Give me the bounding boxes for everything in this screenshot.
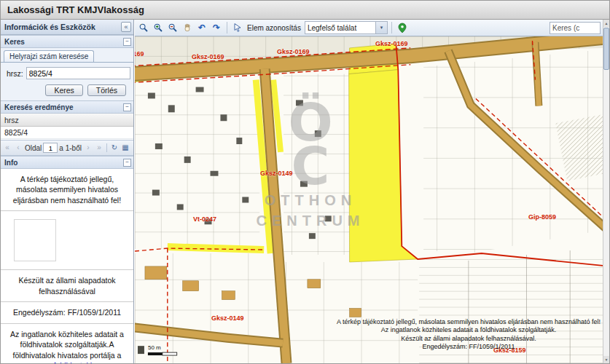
scale-bar-label: 50 m (148, 344, 161, 351)
page-title: Lakossági TRT KMJVlakosság (7, 4, 144, 15)
info-section-body: A térkép tájékoztató jellegű, másolata s… (1, 169, 133, 363)
collapse-section-icon[interactable]: − (123, 103, 131, 111)
results-section-title: Keresés eredménye (4, 103, 123, 111)
paging-separator (106, 143, 107, 152)
zoom-out-button[interactable] (166, 21, 179, 34)
clear-button[interactable]: Törlés (87, 84, 126, 96)
info-made-with: Készült az állami alapadatok felhasználá… (1, 270, 133, 302)
chevron-down-icon[interactable]: ▼ (375, 22, 387, 33)
results-grid: 8825/4 (1, 127, 133, 141)
search-section-header: Keres − (1, 35, 133, 48)
locator-icon (138, 346, 144, 354)
map-marker-icon (397, 23, 407, 33)
next-extent-button[interactable]: ↷ (210, 21, 223, 34)
export-icon[interactable]: ▦ (120, 143, 130, 153)
paging-last-icon[interactable]: » (94, 143, 104, 153)
application-window: Lakossági TRT KMJVlakosság Információk é… (0, 0, 610, 364)
zone-label: Gksz-0169 (192, 53, 224, 60)
collapse-panel-button[interactable]: « (121, 22, 131, 32)
info-section-header: Info − (1, 156, 133, 169)
cadastral-map (135, 36, 603, 363)
info-land-office: Az ingatlanok közhiteles adatait a földh… (1, 324, 133, 363)
info-license: Engedélyszám: FF/1059/1/2011 (1, 302, 133, 323)
previous-extent-button[interactable]: ↶ (195, 21, 208, 34)
identify-mode-value: Legfelső találat (305, 24, 375, 32)
hrsz-form-row: hrsz: (1, 63, 133, 81)
info-image-placeholder (14, 219, 56, 261)
zone-label: Vt-0247 (193, 215, 216, 223)
land-office-link[interactable]: www.foldhivatal.hu (36, 361, 99, 363)
paging-next-icon[interactable]: › (83, 143, 93, 153)
zoom-out-icon (168, 23, 178, 33)
map-panel: ↶ ↷ Elem azonosítás Legfelső találat ▼ (135, 20, 603, 363)
app-header: Lakossági TRT KMJVlakosság (1, 1, 609, 20)
hrsz-input[interactable] (26, 67, 130, 79)
search-button[interactable]: Keres (45, 84, 82, 96)
paging-after-text: a 1-ből (59, 144, 82, 152)
search-buttons-row: Keres Törlés (1, 81, 133, 98)
results-column-header[interactable]: hrsz (1, 114, 133, 127)
identify-button[interactable] (231, 21, 244, 34)
paging-first-icon[interactable]: « (2, 143, 12, 153)
collapse-section-icon[interactable]: − (123, 159, 131, 167)
info-land-office-text: Az ingatlanok közhiteles adatait a földh… (10, 330, 124, 360)
zoom-in-icon (153, 23, 163, 33)
marker-button[interactable] (396, 21, 409, 34)
sidebar-panel-header: Információk és Eszközök « (1, 20, 133, 35)
toolbar-separator (391, 22, 392, 33)
zoom-in-button[interactable] (152, 21, 165, 34)
scroll-up-icon[interactable]: ▲ (603, 20, 609, 27)
zone-label: Gip-8059 (528, 213, 556, 221)
toolbar-separator (227, 22, 227, 33)
zone-label: Gksz-0149 (211, 314, 244, 322)
sidebar-panel: Információk és Eszközök « Keres − Helyra… (1, 20, 134, 363)
search-tabstrip: Helyrajzi szám keresése (1, 48, 133, 63)
tab-parcel-number-search[interactable]: Helyrajzi szám keresése (4, 50, 94, 62)
zone-label: Gksz-0169 (135, 50, 144, 58)
zone-label: Gksz-0169 (375, 40, 408, 47)
result-hrsz-value: 8825/4 (4, 128, 28, 137)
info-image-block (1, 211, 133, 270)
identify-cursor-icon (232, 23, 243, 33)
pan-hand-icon (182, 23, 192, 33)
paging-prev-icon[interactable]: ‹ (13, 143, 23, 153)
identify-label: Elem azonosítás (247, 24, 301, 32)
paging-page-input[interactable] (43, 143, 58, 153)
table-row[interactable]: 8825/4 (1, 127, 133, 139)
results-column-label: hrsz (4, 116, 19, 124)
vertical-scrollbar[interactable]: ▲ ▼ (603, 20, 609, 363)
info-disclaimer: A térkép tájékoztató jellegű, másolata s… (1, 169, 133, 211)
zoom-extent-icon (138, 23, 149, 33)
zone-label: Gksz-8159 (493, 347, 526, 354)
hrsz-label: hrsz: (7, 69, 23, 78)
map-canvas[interactable]: Gksz-0169 Gksz-0169 Gksz-0169 Gksz-0169 … (135, 36, 603, 363)
zone-label: Gksz-0169 (277, 48, 310, 55)
scroll-down-icon[interactable]: ▼ (603, 356, 609, 363)
search-section-body: Helyrajzi szám keresése hrsz: Keres Törl… (1, 48, 133, 100)
zoom-extent-button[interactable] (137, 21, 150, 34)
pan-button[interactable] (181, 21, 194, 34)
search-section-title: Keres (4, 38, 123, 46)
collapse-section-icon[interactable]: − (123, 38, 131, 46)
identify-mode-combo[interactable]: Legfelső találat ▼ (305, 21, 388, 34)
sidebar-panel-title: Információk és Eszközök (4, 23, 121, 31)
zone-label: Gksz-0149 (260, 170, 293, 177)
results-paging-toolbar: « ‹ Oldal a 1-ből › » ↻ ▦ (1, 141, 133, 156)
results-section-header: Keresés eredménye − (1, 100, 133, 114)
scrollbar-thumb[interactable] (603, 28, 609, 70)
paging-page-label: Oldal (25, 144, 42, 152)
map-search-input[interactable] (550, 22, 601, 34)
map-toolbar: ↶ ↷ Elem azonosítás Legfelső találat ▼ (135, 20, 603, 36)
refresh-icon[interactable]: ↻ (109, 143, 120, 153)
info-section-title: Info (4, 159, 123, 167)
